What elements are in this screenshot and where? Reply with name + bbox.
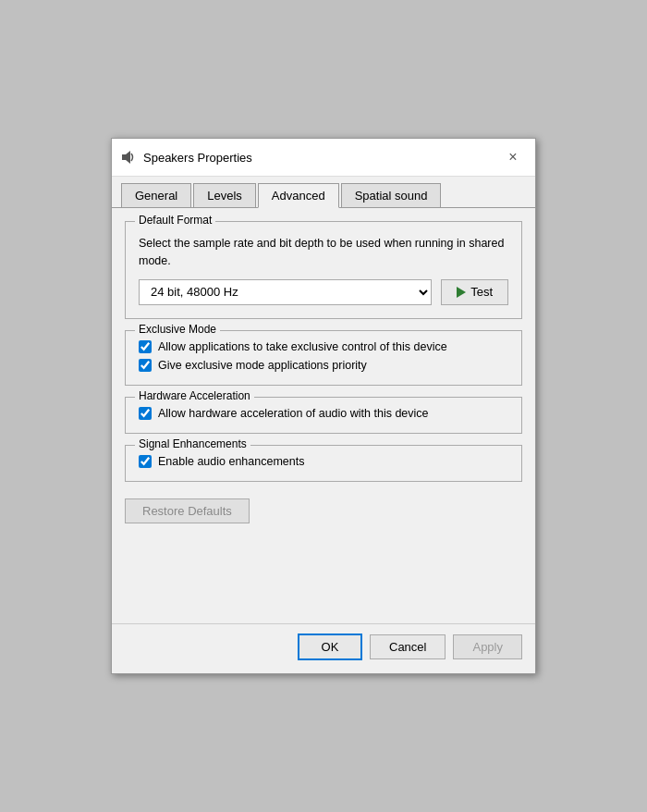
apply-button[interactable]: Apply (453, 634, 522, 659)
exclusive-mode-title: Exclusive Mode (135, 323, 220, 336)
title-bar-left: Speakers Properties (121, 150, 252, 165)
svg-marker-1 (126, 151, 130, 164)
hardware-accel-row: Allow hardware acceleration of audio wit… (139, 407, 508, 420)
default-format-title: Default Format (135, 214, 215, 227)
signal-enhancements-title: Signal Enhancements (135, 437, 250, 450)
test-button-label: Test (470, 285, 493, 299)
exclusive-control-label: Allow applications to take exclusive con… (158, 340, 447, 353)
hardware-accel-label: Allow hardware acceleration of audio wit… (158, 407, 429, 420)
footer: OK Cancel Apply (112, 623, 535, 673)
restore-defaults-button[interactable]: Restore Defaults (125, 498, 250, 523)
exclusive-priority-row: Give exclusive mode applications priorit… (139, 359, 508, 372)
tab-bar: General Levels Advanced Spatial sound (112, 177, 535, 208)
exclusive-priority-label: Give exclusive mode applications priorit… (158, 359, 367, 372)
exclusive-mode-group: Exclusive Mode Allow applications to tak… (125, 330, 522, 386)
default-format-description: Select the sample rate and bit depth to … (139, 235, 508, 270)
exclusive-priority-checkbox[interactable] (139, 359, 152, 372)
tab-spatial-sound[interactable]: Spatial sound (341, 183, 442, 208)
format-select[interactable]: 24 bit, 48000 Hz 16 bit, 44100 Hz 16 bit… (139, 279, 432, 305)
svg-rect-0 (122, 154, 126, 160)
speakers-properties-dialog: Speakers Properties × General Levels Adv… (111, 138, 536, 674)
tab-general[interactable]: General (121, 183, 191, 208)
cancel-button[interactable]: Cancel (370, 634, 446, 659)
play-icon (457, 287, 466, 298)
audio-enhancements-row: Enable audio enhancements (139, 455, 508, 468)
hardware-acceleration-group: Hardware Acceleration Allow hardware acc… (125, 397, 522, 434)
speaker-icon (121, 150, 136, 165)
exclusive-control-row: Allow applications to take exclusive con… (139, 340, 508, 353)
audio-enhancements-label: Enable audio enhancements (158, 455, 304, 468)
title-bar: Speakers Properties × (112, 139, 535, 177)
tab-advanced[interactable]: Advanced (258, 183, 339, 208)
tab-levels[interactable]: Levels (193, 183, 256, 208)
audio-enhancements-checkbox[interactable] (139, 455, 152, 468)
format-row: 24 bit, 48000 Hz 16 bit, 44100 Hz 16 bit… (139, 279, 508, 305)
dialog-title: Speakers Properties (143, 151, 252, 165)
exclusive-control-checkbox[interactable] (139, 340, 152, 353)
close-button[interactable]: × (502, 146, 524, 168)
hardware-acceleration-title: Hardware Acceleration (135, 389, 254, 402)
hardware-accel-checkbox[interactable] (139, 407, 152, 420)
tab-content: Default Format Select the sample rate an… (112, 208, 535, 623)
ok-button[interactable]: OK (298, 634, 362, 660)
test-button[interactable]: Test (441, 279, 508, 305)
default-format-group: Default Format Select the sample rate an… (125, 221, 522, 319)
signal-enhancements-group: Signal Enhancements Enable audio enhance… (125, 445, 522, 482)
